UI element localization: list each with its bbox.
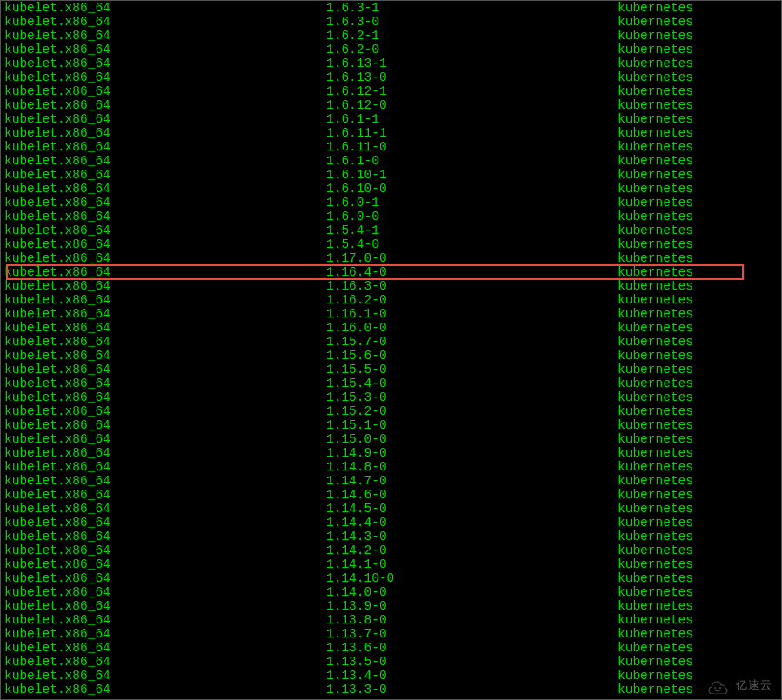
package-row: kubelet.x86_641.16.3-0kubernetes xyxy=(4,279,781,293)
package-repo: kubernetes xyxy=(618,307,693,321)
package-repo: kubernetes xyxy=(618,154,693,168)
package-row: kubelet.x86_641.13.8-0kubernetes xyxy=(4,613,781,627)
package-repo: kubernetes xyxy=(618,223,693,237)
package-name: kubelet.x86_64 xyxy=(4,321,326,335)
package-version: 1.6.3-1 xyxy=(326,1,618,15)
package-row: kubelet.x86_641.6.0-0kubernetes xyxy=(4,210,781,223)
package-version: 1.16.1-0 xyxy=(326,307,618,321)
package-row: kubelet.x86_641.13.4-0kubernetes xyxy=(4,669,781,683)
package-row: kubelet.x86_641.13.6-0kubernetes xyxy=(4,641,781,655)
package-version: 1.6.2-1 xyxy=(326,29,618,43)
package-name: kubelet.x86_64 xyxy=(4,307,326,321)
package-repo: kubernetes xyxy=(618,530,693,543)
package-version: 1.15.7-0 xyxy=(326,335,618,349)
package-repo: kubernetes xyxy=(618,251,693,265)
package-repo: kubernetes xyxy=(618,1,693,15)
package-name: kubelet.x86_64 xyxy=(4,251,326,265)
package-repo: kubernetes xyxy=(618,585,693,599)
package-name: kubelet.x86_64 xyxy=(4,98,326,112)
package-row: kubelet.x86_641.6.3-0kubernetes xyxy=(4,15,781,29)
package-repo: kubernetes xyxy=(618,140,693,154)
package-name: kubelet.x86_64 xyxy=(4,460,326,474)
package-repo: kubernetes xyxy=(618,363,693,377)
package-version: 1.6.13-0 xyxy=(326,70,618,84)
package-version: 1.5.4-0 xyxy=(326,237,618,251)
watermark: 亿速云 xyxy=(705,677,772,694)
package-repo: kubernetes xyxy=(618,502,693,516)
package-version: 1.13.3-0 xyxy=(326,683,618,697)
package-row: kubelet.x86_641.6.10-1kubernetes xyxy=(4,168,781,182)
package-name: kubelet.x86_64 xyxy=(4,418,326,432)
package-name: kubelet.x86_64 xyxy=(4,29,326,43)
package-version: 1.6.11-1 xyxy=(326,126,618,140)
package-repo: kubernetes xyxy=(618,599,693,613)
package-row: kubelet.x86_641.6.12-0kubernetes xyxy=(4,98,781,112)
package-row: kubelet.x86_641.15.1-0kubernetes xyxy=(4,418,781,432)
package-version: 1.6.0-0 xyxy=(326,210,618,223)
package-name: kubelet.x86_64 xyxy=(4,43,326,57)
package-row: kubelet.x86_641.16.4-0kubernetes xyxy=(4,265,781,279)
package-row: kubelet.x86_641.15.5-0kubernetes xyxy=(4,363,781,377)
package-repo: kubernetes xyxy=(618,84,693,98)
package-name: kubelet.x86_64 xyxy=(4,557,326,571)
svg-point-1 xyxy=(719,687,721,689)
package-version: 1.15.5-0 xyxy=(326,363,618,377)
package-version: 1.16.2-0 xyxy=(326,293,618,307)
package-name: kubelet.x86_64 xyxy=(4,349,326,363)
package-version: 1.14.8-0 xyxy=(326,460,618,474)
package-version: 1.14.9-0 xyxy=(326,446,618,460)
package-name: kubelet.x86_64 xyxy=(4,279,326,293)
package-name: kubelet.x86_64 xyxy=(4,390,326,404)
package-row: kubelet.x86_641.6.13-0kubernetes xyxy=(4,70,781,84)
package-repo: kubernetes xyxy=(618,349,693,363)
package-repo: kubernetes xyxy=(618,446,693,460)
package-repo: kubernetes xyxy=(618,335,693,349)
package-repo: kubernetes xyxy=(618,377,693,390)
package-name: kubelet.x86_64 xyxy=(4,516,326,530)
package-list: kubelet.x86_641.6.3-1kuberneteskubelet.x… xyxy=(4,1,781,697)
package-repo: kubernetes xyxy=(618,543,693,557)
package-name: kubelet.x86_64 xyxy=(4,84,326,98)
package-repo: kubernetes xyxy=(618,488,693,502)
package-name: kubelet.x86_64 xyxy=(4,57,326,70)
package-version: 1.6.1-0 xyxy=(326,154,618,168)
package-version: 1.15.3-0 xyxy=(326,390,618,404)
package-row: kubelet.x86_641.15.0-0kubernetes xyxy=(4,432,781,446)
package-version: 1.15.2-0 xyxy=(326,404,618,418)
package-version: 1.6.0-1 xyxy=(326,196,618,210)
package-row: kubelet.x86_641.13.9-0kubernetes xyxy=(4,599,781,613)
package-row: kubelet.x86_641.13.7-0kubernetes xyxy=(4,627,781,641)
package-row: kubelet.x86_641.6.11-0kubernetes xyxy=(4,140,781,154)
package-version: 1.14.5-0 xyxy=(326,502,618,516)
package-version: 1.6.2-0 xyxy=(326,43,618,57)
package-repo: kubernetes xyxy=(618,669,693,683)
package-name: kubelet.x86_64 xyxy=(4,112,326,126)
package-name: kubelet.x86_64 xyxy=(4,543,326,557)
package-name: kubelet.x86_64 xyxy=(4,502,326,516)
package-version: 1.17.0-0 xyxy=(326,251,618,265)
package-version: 1.14.3-0 xyxy=(326,530,618,543)
package-repo: kubernetes xyxy=(618,390,693,404)
package-repo: kubernetes xyxy=(618,557,693,571)
package-name: kubelet.x86_64 xyxy=(4,655,326,669)
package-version: 1.14.1-0 xyxy=(326,557,618,571)
package-row: kubelet.x86_641.13.3-0kubernetes xyxy=(4,683,781,697)
package-version: 1.14.6-0 xyxy=(326,488,618,502)
package-row: kubelet.x86_641.13.5-0kubernetes xyxy=(4,655,781,669)
package-repo: kubernetes xyxy=(618,460,693,474)
package-version: 1.15.6-0 xyxy=(326,349,618,363)
package-row: kubelet.x86_641.15.4-0kubernetes xyxy=(4,377,781,390)
package-repo: kubernetes xyxy=(618,15,693,29)
package-repo: kubernetes xyxy=(618,196,693,210)
package-version: 1.6.10-0 xyxy=(326,182,618,196)
package-row: kubelet.x86_641.16.0-0kubernetes xyxy=(4,321,781,335)
package-version: 1.13.4-0 xyxy=(326,669,618,683)
package-name: kubelet.x86_64 xyxy=(4,474,326,488)
package-repo: kubernetes xyxy=(618,70,693,84)
package-row: kubelet.x86_641.14.4-0kubernetes xyxy=(4,516,781,530)
package-row: kubelet.x86_641.6.0-1kubernetes xyxy=(4,196,781,210)
package-name: kubelet.x86_64 xyxy=(4,683,326,697)
package-row: kubelet.x86_641.14.0-0kubernetes xyxy=(4,585,781,599)
package-row: kubelet.x86_641.5.4-0kubernetes xyxy=(4,237,781,251)
package-name: kubelet.x86_64 xyxy=(4,1,326,15)
